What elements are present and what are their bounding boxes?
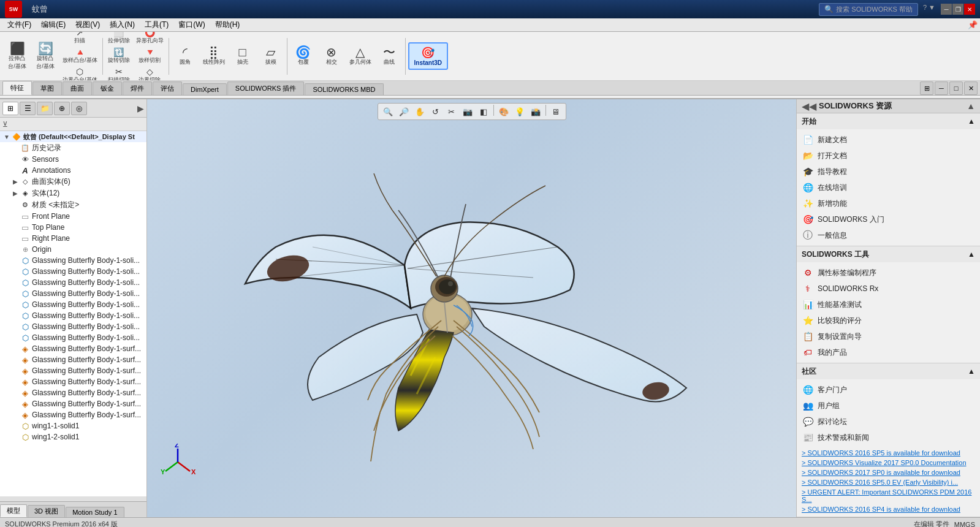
tab-evaluate[interactable]: 评估 (153, 82, 182, 95)
rp-new-features[interactable]: ✨ 新增功能 (802, 195, 975, 211)
holecut-button[interactable]: ⭕ 异形孔向导 (134, 32, 166, 46)
tree-item-gw-surf-7[interactable]: ◈ Glasswing Butterfly Body-1-surf... (0, 409, 146, 420)
rp-tech-alerts[interactable]: 📰 技术警戒和新闻 (802, 430, 975, 445)
revolvecut-button[interactable]: 🔃 旋转切除 (105, 47, 132, 66)
vp-zoom-to-fit-btn[interactable]: 🔍 (381, 105, 395, 118)
restore-button[interactable]: ❐ (952, 4, 963, 15)
intersect-button[interactable]: ⊗ 相交 (318, 44, 345, 68)
tree-item-solid-bodies[interactable]: ▶ ◈ 实体(12) (0, 188, 146, 199)
rp-news-5[interactable]: > URGENT ALERT: Important SOLIDWORKS PDM… (802, 487, 975, 504)
rp-news-1[interactable]: > SOLIDWORKS 2016 SP5 is available for d… (802, 448, 975, 458)
ref-geometry-button[interactable]: △ 参几何体 (346, 44, 374, 68)
menu-tools[interactable]: 工具(T) (140, 18, 173, 31)
tree-item-gw-surf-4[interactable]: ◈ Glasswing Butterfly Body-1-surf... (0, 376, 146, 387)
tree-item-right-plane[interactable]: ▭ Right Plane (0, 233, 146, 244)
vp-render-btn[interactable]: 🎨 (496, 105, 511, 118)
tab-sketch[interactable]: 草图 (32, 82, 62, 95)
tree-item-history[interactable]: 📋 历史记录 (0, 142, 146, 154)
panel-tab-feature-tree[interactable]: ⊞ (2, 102, 18, 115)
tab-weldments[interactable]: 焊件 (123, 82, 152, 95)
rp-section-community-header[interactable]: 社区 ▲ (797, 363, 980, 379)
minimize-button[interactable]: ─ (941, 4, 952, 15)
panel-tab-property[interactable]: ☰ (20, 102, 36, 115)
sweepcut-button[interactable]: ✂ 扫描切除 (105, 66, 132, 81)
tree-model-root[interactable]: ▼ 🔶 蚊曾 (Default<<Default>_Display St (0, 131, 146, 142)
search-bar[interactable]: 🔍 搜索 SOLIDWORKS 帮助 (819, 3, 918, 16)
vp-rotate-btn[interactable]: ↺ (428, 105, 443, 118)
tab-dimxpert[interactable]: DimXpert (183, 83, 227, 95)
tree-item-gw-solid-3[interactable]: ⬡ Glasswing Butterfly Body-1-soli... (0, 277, 146, 288)
tab-3d-view[interactable]: 3D 视图 (28, 505, 65, 517)
tree-item-gw-surf-5[interactable]: ◈ Glasswing Butterfly Body-1-surf... (0, 387, 146, 398)
rp-news-4[interactable]: > SOLIDWORKS 2016 SP5.0 EV (Early Visibi… (802, 477, 975, 487)
vp-max-btn[interactable]: □ (949, 82, 963, 95)
tab-sheetmetal[interactable]: 钣金 (93, 82, 122, 95)
tab-model[interactable]: 模型 (0, 504, 27, 517)
vp-pan-btn[interactable]: ✋ (412, 105, 427, 118)
curves-button[interactable]: 〜 曲线 (376, 44, 403, 68)
vp-light-btn[interactable]: 💡 (512, 105, 527, 118)
fillet-button[interactable]: ◜ 圆角 (172, 44, 199, 68)
rp-user-groups[interactable]: 👥 用户组 (802, 398, 975, 414)
rp-guide-tutorial[interactable]: 🎓 指导教程 (802, 164, 975, 180)
vp-view-btn[interactable]: 📷 (460, 105, 475, 118)
rp-online-training[interactable]: 🌐 在线培训 (802, 180, 975, 195)
panel-tab-display[interactable]: ⊕ (54, 102, 70, 115)
linear-pattern-button[interactable]: ⣿ 线性阵列 (200, 44, 228, 68)
panel-tab-config[interactable]: 📁 (37, 102, 53, 115)
tree-item-gw-solid-8[interactable]: ⬡ Glasswing Butterfly Body-1-soli... (0, 332, 146, 343)
rp-new-doc[interactable]: 📄 新建文档 (802, 132, 975, 148)
tab-features[interactable]: 特征 (2, 81, 32, 95)
extrude-boss-button[interactable]: ⬛ 拉伸凸台/基体 (4, 40, 31, 72)
tree-item-wing1-2[interactable]: ⬡ wing1-2-solid1 (0, 431, 146, 442)
rp-general-info[interactable]: ⓘ 一般信息 (802, 227, 975, 243)
vp-min-btn[interactable]: ─ (935, 82, 948, 95)
shell-button[interactable]: □ 抽壳 (229, 44, 256, 68)
sweep-button[interactable]: ↗ 扫描 (60, 32, 100, 46)
tree-item-gw-solid-5[interactable]: ⬡ Glasswing Butterfly Body-1-soli... (0, 299, 146, 310)
menu-edit[interactable]: 编辑(E) (36, 18, 70, 31)
tree-item-wing1-1[interactable]: ⬡ wing1-1-solid1 (0, 420, 146, 431)
tree-item-gw-solid-4[interactable]: ⬡ Glasswing Butterfly Body-1-soli... (0, 288, 146, 299)
menu-view[interactable]: 视图(V) (70, 18, 105, 31)
menu-file[interactable]: 文件(F) (2, 18, 36, 31)
tree-item-annotations[interactable]: A Annotations (0, 165, 146, 176)
menu-help[interactable]: 帮助(H) (210, 18, 245, 31)
panel-tab-appearance[interactable]: ◎ (71, 102, 87, 115)
panel-tab-expand[interactable]: ▶ (137, 104, 144, 113)
tree-item-gw-solid-1[interactable]: ⬡ Glasswing Butterfly Body-1-soli... (0, 255, 146, 266)
vp-close-btn[interactable]: ✕ (964, 82, 978, 95)
loftcut-button[interactable]: 🔻 放样切割 (134, 47, 166, 66)
tree-item-surface-bodies[interactable]: ▶ ◇ 曲面实体(6) (0, 176, 146, 188)
rp-section-tools-header[interactable]: SOLIDWORKS 工具 ▲ (797, 246, 980, 262)
vp-display-btn[interactable]: ◧ (476, 105, 491, 118)
vp-display-state-btn[interactable]: 🖥 (549, 105, 563, 118)
right-panel-collapse-btn[interactable]: ▲ (967, 101, 975, 111)
tree-item-sensors[interactable]: 👁 Sensors (0, 154, 146, 165)
help-btn[interactable]: ? ▼ (923, 4, 935, 15)
tree-item-front-plane[interactable]: ▭ Front Plane (0, 211, 146, 222)
revolve-boss-button[interactable]: 🔄 旋转凸台/基体 (32, 40, 59, 72)
boundary-button[interactable]: ⬡ 边界凸台/基体 (60, 66, 100, 81)
tree-item-gw-surf-1[interactable]: ◈ Glasswing Butterfly Body-1-surf... (0, 343, 146, 354)
tree-item-gw-surf-2[interactable]: ◈ Glasswing Butterfly Body-1-surf... (0, 354, 146, 365)
loft-button[interactable]: 🔺 放样凸台/基体 (60, 47, 100, 66)
rp-my-products[interactable]: 🏷 我的产品 (802, 344, 975, 360)
menu-window[interactable]: 窗口(W) (173, 18, 210, 31)
vp-restore-btn[interactable]: ⊞ (920, 82, 933, 95)
draft-button[interactable]: ▱ 拔模 (257, 44, 284, 68)
rp-sw-intro[interactable]: 🎯 SOLIDWORKS 入门 (802, 211, 975, 227)
tab-motion-study[interactable]: Motion Study 1 (66, 507, 124, 517)
tree-item-top-plane[interactable]: ▭ Top Plane (0, 222, 146, 233)
pin-icon[interactable]: 📌 (968, 20, 978, 29)
vp-zoom-btn[interactable]: 🔎 (397, 105, 411, 118)
menu-insert[interactable]: 插入(N) (105, 18, 140, 31)
tab-surface[interactable]: 曲面 (63, 82, 92, 95)
rp-compare-rating[interactable]: ⭐ 比较我的评分 (802, 313, 975, 328)
tree-scrollbar-h[interactable] (0, 496, 146, 501)
rp-customer-portal[interactable]: 🌐 客户门户 (802, 382, 975, 398)
tree-item-gw-solid-7[interactable]: ⬡ Glasswing Butterfly Body-1-soli... (0, 321, 146, 332)
boundarycut-button[interactable]: ◇ 边界切除 (134, 66, 166, 81)
tree-item-gw-surf-6[interactable]: ◈ Glasswing Butterfly Body-1-surf... (0, 398, 146, 409)
right-panel-collapse-left[interactable]: ◀◀ (802, 100, 816, 112)
